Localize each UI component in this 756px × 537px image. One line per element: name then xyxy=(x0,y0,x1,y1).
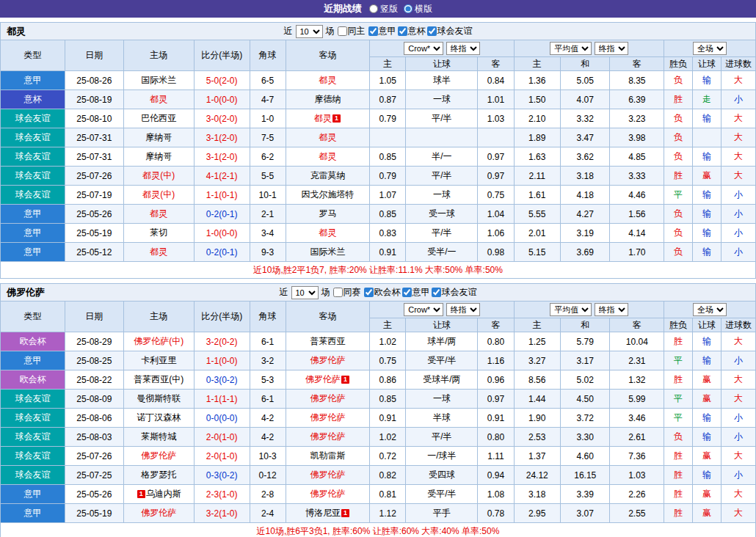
score-link[interactable]: 4-1(2-1) xyxy=(194,167,250,186)
home-team-name[interactable]: 摩纳哥 xyxy=(145,132,172,142)
score-link[interactable]: 2-0(1-0) xyxy=(194,447,250,466)
league-filter-checkbox[interactable] xyxy=(398,26,407,36)
scope-select[interactable]: 全场 xyxy=(693,303,727,316)
home-team-name[interactable]: 摩纳哥 xyxy=(145,151,172,161)
home-team-name[interactable]: 普莱西亚(中) xyxy=(134,374,183,384)
home-team-name[interactable]: 佛罗伦萨 xyxy=(141,508,176,518)
odds-time-select[interactable]: 终指 xyxy=(446,303,480,316)
home-team-name[interactable]: 都灵 xyxy=(150,94,167,104)
odds-home: 0.85 xyxy=(370,205,406,224)
home-team-name[interactable]: 巴伦西亚 xyxy=(141,113,176,123)
same-filter[interactable]: 同主 xyxy=(338,25,366,37)
layout-radio[interactable] xyxy=(369,4,378,13)
away-team-name[interactable]: 佛罗伦萨 xyxy=(305,374,341,384)
league-badge: 球会友谊 xyxy=(1,409,65,428)
odds-home: 0.87 xyxy=(370,90,406,109)
result-outcome: 胜 xyxy=(664,332,693,351)
away-team-name[interactable]: 佛罗伦萨 xyxy=(310,412,345,423)
home-team-name[interactable]: 都灵(中) xyxy=(142,189,175,200)
league-filter[interactable]: 欧会杯 xyxy=(364,286,401,299)
odds-home: 0.81 xyxy=(370,485,406,504)
away-team-name[interactable]: 克雷莫纳 xyxy=(310,170,345,180)
score-link[interactable]: 3-0(2-0) xyxy=(194,109,250,128)
league-filter[interactable]: 球会友谊 xyxy=(432,286,477,299)
away-team-name[interactable]: 佛罗伦萨 xyxy=(310,431,345,442)
score-link[interactable]: 0-3(0-2) xyxy=(194,466,250,485)
league-filter-checkbox[interactable] xyxy=(368,26,378,36)
league-filter[interactable]: 意杯 xyxy=(398,25,426,37)
away-team-name[interactable]: 佛罗伦萨 xyxy=(310,393,345,403)
score-link[interactable]: 2-0(1-0) xyxy=(194,428,250,447)
home-team-name[interactable]: 莱切 xyxy=(150,227,167,238)
home-team-name[interactable]: 佛罗伦萨 xyxy=(141,450,176,461)
league-filter-checkbox[interactable] xyxy=(432,288,441,297)
league-filter-checkbox[interactable] xyxy=(427,26,437,36)
same-filter[interactable]: 同赛 xyxy=(333,286,361,299)
home-team-name[interactable]: 卡利亚里 xyxy=(141,355,176,365)
league-filter[interactable]: 意甲 xyxy=(402,286,430,299)
avg-time-select[interactable]: 终指 xyxy=(595,303,628,316)
home-team-name[interactable]: 佛罗伦萨(中) xyxy=(134,336,183,346)
league-filter[interactable]: 意甲 xyxy=(368,25,396,37)
score-link[interactable]: 2-3(1-0) xyxy=(194,485,250,504)
match-count-select[interactable]: 10 xyxy=(291,286,319,299)
away-team-name[interactable]: 佛罗伦萨 xyxy=(310,489,345,499)
odds-away: 0.80 xyxy=(478,428,514,447)
same-filter-checkbox[interactable] xyxy=(338,26,347,36)
home-team-name[interactable]: 国际米兰 xyxy=(141,75,176,85)
home-team-name[interactable]: 都灵 xyxy=(150,246,167,257)
home-team-name[interactable]: 都灵 xyxy=(150,208,167,219)
away-team-name[interactable]: 普莱西亚 xyxy=(310,336,345,346)
score-link[interactable]: 0-0(0-0) xyxy=(194,409,250,428)
home-team-name[interactable]: 诺丁汉森林 xyxy=(137,412,181,423)
match-count-select[interactable]: 10 xyxy=(296,25,323,38)
score-link[interactable]: 3-2(0-2) xyxy=(194,332,250,351)
avg-away: 1.03 xyxy=(610,466,664,485)
score-link[interactable]: 1-0(0-0) xyxy=(194,90,250,109)
score-link[interactable]: 0-3(0-2) xyxy=(194,370,250,390)
away-team-name[interactable]: 都灵 xyxy=(319,132,336,142)
away-team-name[interactable]: 都灵 xyxy=(314,113,332,123)
score-link[interactable]: 0-2(0-1) xyxy=(194,243,250,262)
match-date: 25-08-26 xyxy=(65,71,123,90)
league-filter[interactable]: 球会友谊 xyxy=(427,25,473,37)
away-team-name[interactable]: 都灵 xyxy=(319,151,336,161)
score-link[interactable]: 3-1(2-0) xyxy=(194,147,250,167)
score-link[interactable]: 1-1(1-1) xyxy=(194,390,250,409)
odds-time-select[interactable]: 终指 xyxy=(446,42,480,55)
score-link[interactable]: 3-2(1-0) xyxy=(194,504,250,523)
score-link[interactable]: 5-0(2-0) xyxy=(194,71,250,90)
home-team-name[interactable]: 莱斯特城 xyxy=(141,431,176,442)
score-link[interactable]: 0-2(0-1) xyxy=(194,205,250,224)
odds-source-select[interactable]: Crow* xyxy=(404,303,443,316)
away-team-name[interactable]: 罗马 xyxy=(319,208,336,219)
avg-source-select[interactable]: 平均值 xyxy=(550,303,592,316)
away-team-name[interactable]: 佛罗伦萨 xyxy=(310,355,345,365)
away-team-name[interactable]: 国际米兰 xyxy=(310,246,345,257)
home-team-name[interactable]: 乌迪内斯 xyxy=(146,489,181,499)
home-team-name[interactable]: 曼彻斯特联 xyxy=(137,393,181,403)
score-link[interactable]: 1-1(0-1) xyxy=(194,186,250,205)
layout-option[interactable]: 横版 xyxy=(404,3,432,15)
score-link[interactable]: 3-1(2-0) xyxy=(194,128,250,147)
odds-source-select[interactable]: Crow* xyxy=(404,42,443,55)
away-team-name[interactable]: 都灵 xyxy=(319,75,336,85)
layout-radio[interactable] xyxy=(404,4,412,13)
league-filter-checkbox[interactable] xyxy=(364,288,374,297)
same-filter-checkbox[interactable] xyxy=(333,288,343,297)
away-team-name[interactable]: 博洛尼亚 xyxy=(305,508,341,518)
home-team-name[interactable]: 都灵(中) xyxy=(142,170,175,180)
away-team-name[interactable]: 凯勒雷斯 xyxy=(310,450,345,461)
home-team-name[interactable]: 格罗瑟托 xyxy=(141,470,176,480)
score-link[interactable]: 1-0(0-0) xyxy=(194,224,250,243)
away-team-name[interactable]: 都灵 xyxy=(319,227,336,238)
layout-option[interactable]: 竖版 xyxy=(369,3,398,15)
away-team-name[interactable]: 因戈尔施塔特 xyxy=(301,189,354,200)
league-filter-checkbox[interactable] xyxy=(402,288,412,297)
score-link[interactable]: 1-1(0-0) xyxy=(194,351,250,370)
away-team-name[interactable]: 佛罗伦萨 xyxy=(310,470,345,480)
away-team-name[interactable]: 摩德纳 xyxy=(314,94,341,104)
avg-source-select[interactable]: 平均值 xyxy=(550,42,592,55)
avg-time-select[interactable]: 终指 xyxy=(595,42,628,55)
scope-select[interactable]: 全场 xyxy=(693,42,727,55)
